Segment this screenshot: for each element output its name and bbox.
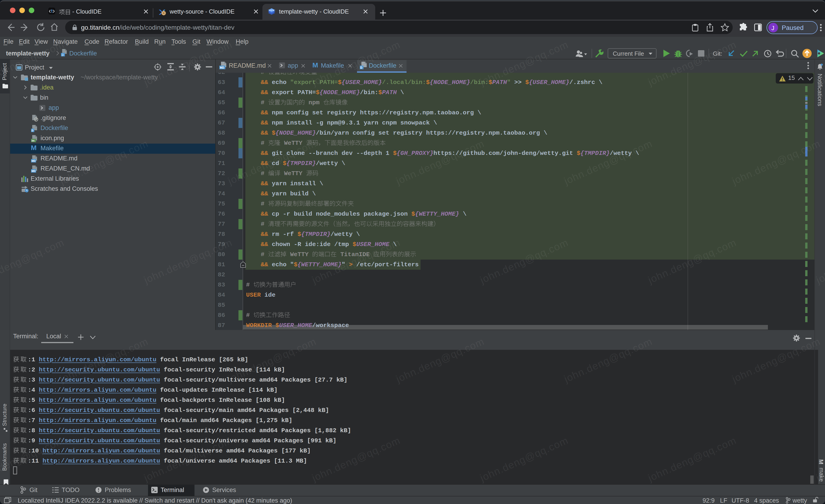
svg-text:M: M: [31, 144, 36, 151]
svg-text:im: im: [31, 139, 34, 142]
svg-text:D: D: [62, 54, 64, 57]
svg-text:MD: MD: [220, 66, 224, 69]
svg-text:MD: MD: [31, 160, 35, 162]
svg-text:MD: MD: [31, 170, 35, 172]
svg-text:D: D: [31, 129, 33, 132]
